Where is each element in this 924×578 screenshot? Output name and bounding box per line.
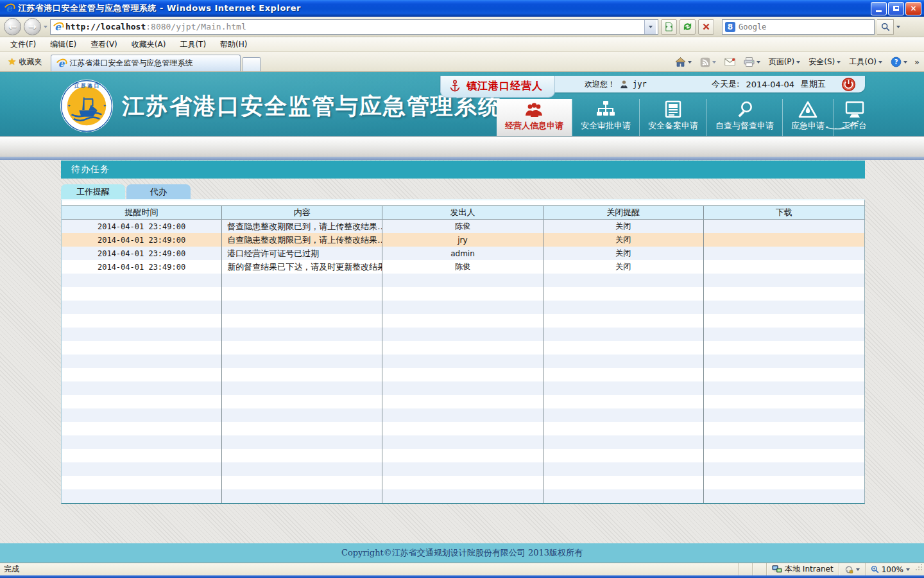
reminder-time: 2014-04-01 23:49:00 — [62, 247, 222, 260]
home-button[interactable] — [672, 55, 695, 69]
menu-item-1[interactable]: 编辑(E) — [44, 38, 83, 51]
panel-tab-1[interactable]: 代办 — [126, 184, 191, 199]
nav-item-0[interactable]: 经营人信息申请 — [497, 99, 572, 136]
empty-cell — [222, 462, 382, 476]
search-options-dropdown-icon[interactable] — [896, 26, 900, 30]
status-panel-spacer2 — [752, 563, 766, 575]
nav-item-4[interactable]: 应急申请 — [782, 99, 833, 136]
stop-x-icon — [702, 22, 710, 31]
menu-item-5[interactable]: 帮助(H) — [214, 38, 253, 51]
svg-text:✦: ✦ — [103, 103, 107, 109]
panel-tab-0[interactable]: 工作提醒 — [61, 184, 125, 199]
new-tab-button[interactable] — [243, 57, 261, 71]
search-input[interactable] — [739, 22, 871, 31]
favorites-button[interactable]: ★ 收藏夹 — [3, 53, 47, 71]
url-path: :8080/yjpt/Main.html — [146, 22, 246, 31]
logout-power-button[interactable] — [841, 77, 856, 92]
compatibility-page-icon — [664, 22, 674, 31]
resize-grip[interactable] — [915, 563, 924, 575]
protected-mode-panel[interactable] — [839, 563, 865, 575]
nav-item-2[interactable]: 安全备案申请 — [639, 99, 706, 136]
browser-tab[interactable]: 江苏省港口安全监管与应急管理系统 — [51, 55, 241, 71]
empty-cell — [222, 395, 382, 408]
address-input[interactable]: http://localhost:8080/yjpt/Main.html — [50, 19, 658, 35]
history-dropdown-icon[interactable] — [44, 26, 47, 30]
zoom-panel[interactable]: 100% — [865, 563, 915, 575]
close-reminder-link[interactable]: 关闭 — [543, 247, 704, 260]
empty-cell — [704, 314, 864, 328]
people-icon — [525, 101, 544, 118]
close-reminder-link[interactable]: 关闭 — [543, 260, 704, 274]
read-mail-button[interactable] — [721, 56, 739, 68]
nav-item-3[interactable]: 自查与督查申请 — [706, 99, 782, 136]
reminder-download — [704, 233, 864, 247]
help-button[interactable]: ? — [887, 55, 911, 69]
empty-cell — [222, 449, 382, 462]
rss-feed-icon — [700, 57, 710, 67]
close-reminder-link[interactable]: 关闭 — [543, 233, 704, 247]
menu-item-0[interactable]: 文件(F) — [4, 38, 42, 51]
page-menu-button[interactable]: 页面(P) — [766, 55, 804, 69]
search-button[interactable] — [877, 19, 894, 35]
panel-tabs: 工作提醒代办 — [61, 184, 865, 199]
empty-cell — [382, 355, 543, 368]
forward-button[interactable]: → — [24, 18, 41, 35]
status-panel-spacer — [738, 563, 752, 575]
table-row-empty — [62, 287, 864, 301]
print-button[interactable] — [740, 55, 764, 69]
empty-cell — [543, 381, 704, 395]
nav-item-1[interactable]: 安全审批申请 — [572, 99, 639, 136]
close-reminder-link[interactable]: 关闭 — [543, 220, 704, 233]
column-header-4: 下载 — [704, 206, 864, 219]
nav-item-label: 安全审批申请 — [581, 120, 631, 132]
empty-cell — [543, 489, 704, 503]
stop-button[interactable] — [698, 19, 714, 35]
empty-cell — [62, 274, 222, 287]
menu-item-2[interactable]: 查看(V) — [84, 38, 124, 51]
tools-menu-button[interactable]: 工具(O) — [846, 55, 886, 69]
tools-menu-label: 工具(O) — [849, 57, 877, 67]
command-overflow-button[interactable]: » — [912, 57, 921, 67]
empty-cell — [543, 355, 704, 368]
empty-cell — [382, 408, 543, 422]
empty-cell — [222, 476, 382, 489]
reminder-sender: admin — [382, 247, 543, 260]
refresh-button[interactable] — [680, 19, 696, 35]
org-tab: 镇江港口经营人 — [440, 76, 555, 98]
feeds-button[interactable] — [697, 55, 719, 69]
document-icon — [665, 100, 681, 118]
minimize-button[interactable] — [871, 2, 887, 15]
svg-text:?: ? — [894, 58, 898, 66]
reminder-download — [704, 220, 864, 233]
status-text: 完成 — [0, 564, 738, 575]
search-box[interactable]: 8 — [722, 19, 875, 35]
title-bar: 江苏省港口安全监管与应急管理系统 - Windows Internet Expl… — [0, 0, 924, 17]
empty-cell — [704, 395, 864, 408]
nav-item-5[interactable]: 工作台 — [833, 99, 875, 136]
back-button[interactable]: ← — [4, 18, 21, 35]
empty-cell — [543, 462, 704, 476]
security-zone-panel[interactable]: 本地 Intranet — [766, 563, 839, 575]
date-value: 2014-04-04 — [746, 80, 794, 89]
address-dropdown-button[interactable] — [644, 20, 656, 34]
favorites-label: 收藏夹 — [19, 57, 42, 67]
url-host: http://localhost — [65, 22, 146, 31]
security-menu-button[interactable]: 安全(S) — [805, 55, 844, 69]
menu-item-4[interactable]: 工具(T) — [173, 38, 212, 51]
intranet-computer-icon — [772, 565, 782, 574]
close-button[interactable]: × — [905, 2, 921, 15]
window-bottom-border — [0, 575, 924, 578]
compatibility-view-button[interactable] — [661, 19, 677, 35]
empty-cell — [382, 435, 543, 449]
column-header-0: 提醒时间 — [62, 206, 222, 219]
restore-button[interactable] — [888, 2, 904, 15]
nav-item-label: 经营人信息申请 — [505, 120, 563, 132]
reminder-panel: 提醒时间内容发出人关闭提醒下载 2014-04-01 23:49:00督查隐患整… — [61, 199, 865, 504]
panel-title: 待办任务 — [61, 161, 865, 179]
menu-item-3[interactable]: 收藏夹(A) — [125, 38, 173, 51]
empty-cell — [704, 408, 864, 422]
empty-cell — [382, 381, 543, 395]
people-icon — [525, 101, 544, 118]
protected-mode-icon — [844, 565, 853, 574]
reminder-sender: 陈俊 — [382, 220, 543, 233]
